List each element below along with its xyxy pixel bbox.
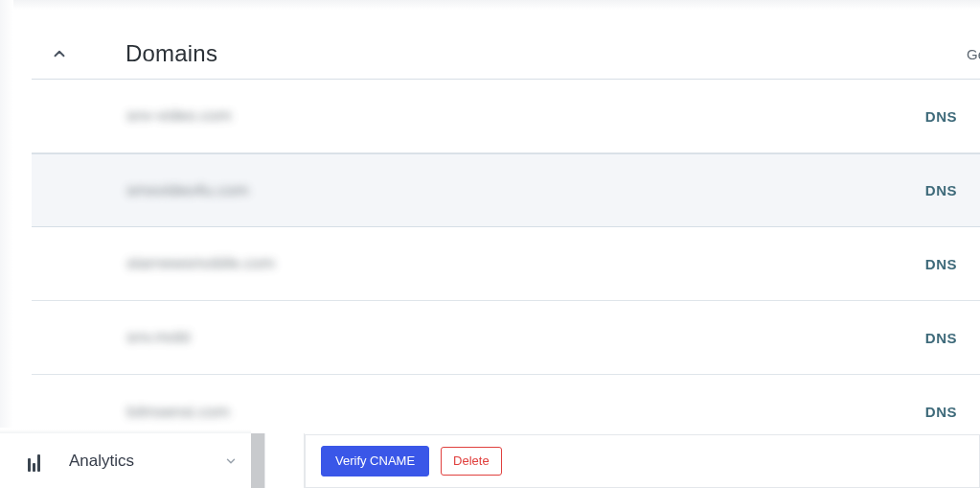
domain-row[interactable]: snv-video.com DNS xyxy=(32,80,980,153)
dns-badge[interactable]: DNS xyxy=(925,404,957,420)
domain-name: starnewsmobile.com xyxy=(126,254,275,273)
top-shadow xyxy=(0,0,980,10)
scroll-gutter xyxy=(264,433,305,488)
left-shadow xyxy=(0,0,13,428)
domain-row[interactable]: starnewsmobile.com DNS xyxy=(32,227,980,301)
section-header: Domains Ge xyxy=(32,29,980,79)
dns-badge[interactable]: DNS xyxy=(925,330,957,346)
verify-cname-button[interactable]: Verify CNAME xyxy=(321,446,429,476)
domain-name: lolmsensi.com xyxy=(126,403,230,422)
scroll-track[interactable] xyxy=(251,433,305,488)
header-right-text: Ge xyxy=(967,46,980,62)
analytics-icon xyxy=(23,451,44,472)
domain-rows: snv-video.com DNS smsvideo4u.com DNS sta… xyxy=(32,80,980,449)
chevron-up-icon xyxy=(51,45,68,62)
domain-row[interactable]: snv.mobi DNS xyxy=(32,301,980,375)
dns-badge[interactable]: DNS xyxy=(925,108,957,125)
bottom-bar: Analytics Verify CNAME Delete xyxy=(0,433,980,488)
collapse-toggle[interactable] xyxy=(46,40,73,67)
section-title: Domains xyxy=(125,40,967,67)
action-strip: Verify CNAME Delete xyxy=(305,434,980,488)
domain-name: smsvideo4u.com xyxy=(126,181,249,200)
domain-name: snv-video.com xyxy=(126,106,232,126)
scroll-thumb[interactable] xyxy=(251,433,264,488)
domains-panel: Domains Ge snv-video.com DNS smsvideo4u.… xyxy=(32,29,980,79)
dns-badge[interactable]: DNS xyxy=(925,182,957,198)
delete-button[interactable]: Delete xyxy=(441,447,502,476)
sidebar-item-analytics[interactable]: Analytics xyxy=(0,433,251,488)
sidebar-item-label: Analytics xyxy=(69,452,222,471)
dns-badge[interactable]: DNS xyxy=(925,256,957,272)
chevron-down-icon xyxy=(222,453,239,470)
domain-row[interactable]: smsvideo4u.com DNS xyxy=(32,153,980,227)
domain-name: snv.mobi xyxy=(126,328,191,347)
